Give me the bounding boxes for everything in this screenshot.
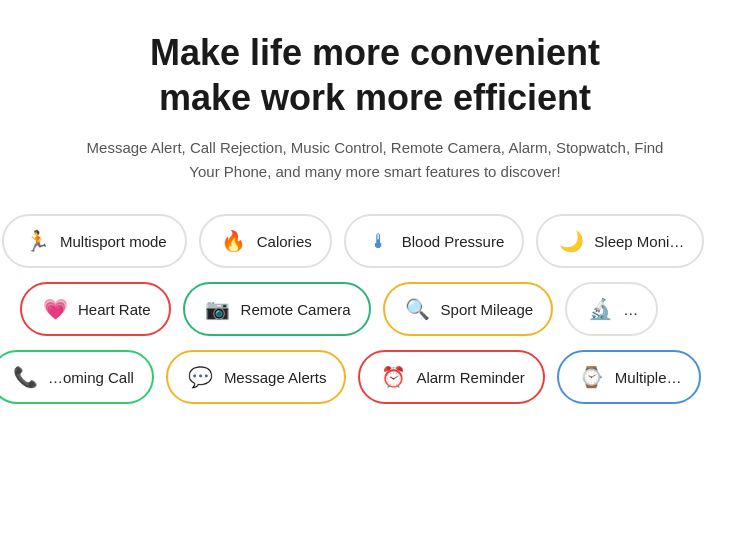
- feature-pill-message[interactable]: 💬Message Alerts: [166, 350, 347, 404]
- multiple-icon: ⌚: [577, 362, 607, 392]
- feature-pill-heart-rate[interactable]: 💗Heart Rate: [20, 282, 171, 336]
- remote-camera-label: Remote Camera: [241, 301, 351, 318]
- alarm-icon: ⏰: [378, 362, 408, 392]
- multisport-label: Multisport mode: [60, 233, 167, 250]
- feature-pill-remote-camera[interactable]: 📷Remote Camera: [183, 282, 371, 336]
- sport-mileage-label: Sport Mileage: [441, 301, 534, 318]
- feature-row-2: 💗Heart Rate📷Remote Camera🔍Sport Mileage🔬…: [20, 282, 730, 336]
- heart-rate-label: Heart Rate: [78, 301, 151, 318]
- main-container: Make life more convenient make work more…: [0, 0, 750, 438]
- incoming-call-icon: 📞: [10, 362, 40, 392]
- multisport-icon: 🏃: [22, 226, 52, 256]
- multiple-label: Multiple…: [615, 369, 682, 386]
- alarm-label: Alarm Reminder: [416, 369, 524, 386]
- features-rows: 🏃Multisport mode🔥Calories🌡Blood Pressure…: [20, 214, 730, 404]
- feature-pill-alarm[interactable]: ⏰Alarm Reminder: [358, 350, 544, 404]
- heart-rate-icon: 💗: [40, 294, 70, 324]
- feature-pill-blood-pressure[interactable]: 🌡Blood Pressure: [344, 214, 525, 268]
- remote-camera-icon: 📷: [203, 294, 233, 324]
- blood-pressure-icon: 🌡: [364, 226, 394, 256]
- feature-pill-multiple[interactable]: ⌚Multiple…: [557, 350, 702, 404]
- subtext: Message Alert, Call Rejection, Music Con…: [20, 136, 730, 184]
- feature-pill-sport-mileage[interactable]: 🔍Sport Mileage: [383, 282, 554, 336]
- sport-mileage-icon: 🔍: [403, 294, 433, 324]
- lab-label: …: [623, 301, 638, 318]
- calories-icon: 🔥: [219, 226, 249, 256]
- feature-row-3: 📞…oming Call💬Message Alerts⏰Alarm Remind…: [0, 350, 730, 404]
- message-icon: 💬: [186, 362, 216, 392]
- sleep-label: Sleep Moni…: [594, 233, 684, 250]
- feature-row-1: 🏃Multisport mode🔥Calories🌡Blood Pressure…: [2, 214, 730, 268]
- blood-pressure-label: Blood Pressure: [402, 233, 505, 250]
- feature-pill-incoming-call[interactable]: 📞…oming Call: [0, 350, 154, 404]
- feature-pill-sleep[interactable]: 🌙Sleep Moni…: [536, 214, 704, 268]
- feature-pill-multisport[interactable]: 🏃Multisport mode: [2, 214, 187, 268]
- sleep-icon: 🌙: [556, 226, 586, 256]
- feature-pill-calories[interactable]: 🔥Calories: [199, 214, 332, 268]
- lab-icon: 🔬: [585, 294, 615, 324]
- headline: Make life more convenient make work more…: [20, 30, 730, 120]
- message-label: Message Alerts: [224, 369, 327, 386]
- incoming-call-label: …oming Call: [48, 369, 134, 386]
- feature-pill-lab[interactable]: 🔬…: [565, 282, 658, 336]
- calories-label: Calories: [257, 233, 312, 250]
